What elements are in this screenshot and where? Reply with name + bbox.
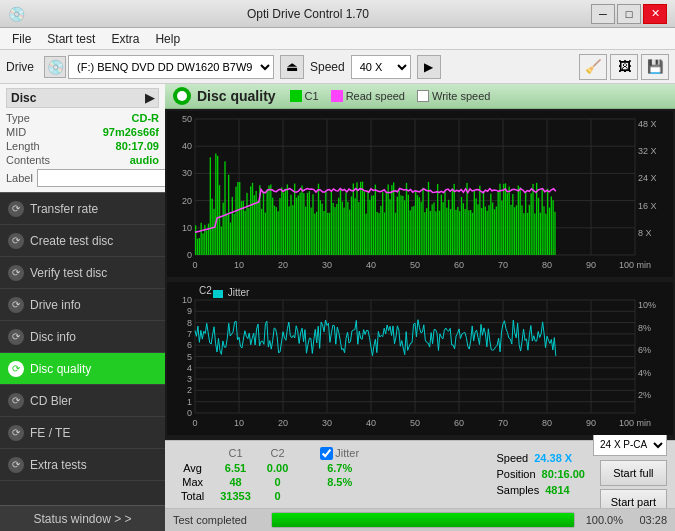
maximize-button[interactable]: □ (617, 4, 641, 24)
close-button[interactable]: ✕ (643, 4, 667, 24)
stats-c1-total: 31353 (212, 489, 259, 503)
app-title: Opti Drive Control 1.70 (25, 7, 591, 21)
sidebar-item-disc-quality[interactable]: ⟳ Disc quality (0, 353, 165, 385)
fe-te-label: FE / TE (30, 426, 70, 440)
title-bar: 💿 Opti Drive Control 1.70 ─ □ ✕ (0, 0, 675, 28)
sidebar-item-drive-info[interactable]: ⟳ Drive info (0, 289, 165, 321)
sidebar-item-extra-tests[interactable]: ⟳ Extra tests (0, 449, 165, 481)
samples-stat-value: 4814 (545, 484, 569, 496)
cd-bler-icon: ⟳ (8, 393, 24, 409)
chart2-canvas (167, 282, 673, 435)
menu-help[interactable]: Help (147, 30, 188, 48)
disc-label-row: Label ⚙ (6, 168, 159, 188)
disc-field-mid: MID 97m26s66f (6, 126, 159, 138)
legend-c1-box (290, 90, 302, 102)
stats-bar: C1 C2 Jitter Avg (165, 440, 675, 508)
disc-info-label: Disc info (30, 330, 76, 344)
sidebar-item-verify-test-disc[interactable]: ⟳ Verify test disc (0, 257, 165, 289)
disc-quality-header-icon (173, 87, 191, 105)
fe-te-icon: ⟳ (8, 425, 24, 441)
length-label: Length (6, 140, 40, 152)
speed-stat-label: Speed (496, 452, 528, 464)
stats-c1-avg: 6.51 (212, 461, 259, 475)
status-window-label: Status window > > (33, 512, 131, 526)
create-test-disc-icon: ⟳ (8, 233, 24, 249)
drive-actions: 🧹 🖼 💾 (579, 54, 669, 80)
start-full-button[interactable]: Start full (600, 460, 667, 486)
content-area: Disc quality C1 Read speed Write speed (165, 84, 675, 531)
stats-samples-row: Samples 4814 (496, 484, 585, 496)
stats-c2-total: 0 (259, 489, 296, 503)
transfer-rate-icon: ⟳ (8, 201, 24, 217)
drive-icon: 💿 (44, 56, 66, 78)
drive-select[interactable]: (F:) BENQ DVD DD DW1620 B7W9 (68, 55, 274, 79)
col-header-empty (173, 446, 212, 461)
mid-value: 97m26s66f (103, 126, 159, 138)
charts-area (165, 109, 675, 440)
stats-row-avg: Avg 6.51 0.00 6.7% (173, 461, 367, 475)
sidebar-item-fe-te[interactable]: ⟳ FE / TE (0, 417, 165, 449)
disc-quality-header: Disc quality C1 Read speed Write speed (165, 84, 675, 109)
disc-field-contents: Contents audio (6, 154, 159, 166)
stats-jitter-total (312, 489, 367, 503)
position-stat-value: 80:16.00 (542, 468, 585, 480)
menu-file[interactable]: File (4, 30, 39, 48)
start-buttons: Start full Start part (600, 460, 667, 515)
menu-start-test[interactable]: Start test (39, 30, 103, 48)
minimize-button[interactable]: ─ (591, 4, 615, 24)
progress-bar-area: Test completed 100.0% 03:28 (165, 508, 675, 531)
save-button[interactable]: 💾 (641, 54, 669, 80)
svg-point-0 (177, 91, 187, 101)
clear-button[interactable]: 🧹 (579, 54, 607, 80)
chart1-wrap (167, 111, 673, 280)
type-label: Type (6, 112, 30, 124)
speed-apply-button[interactable]: ▶ (417, 55, 441, 79)
disc-quality-label: Disc quality (30, 362, 91, 376)
stats-jitter-avg: 6.7% (312, 461, 367, 475)
speed-select[interactable]: 40 X8 X16 X24 X32 X48 X (351, 55, 411, 79)
main-layout: Disc ▶ Type CD-R MID 97m26s66f Length 80… (0, 84, 675, 531)
legend-write-speed-label: Write speed (432, 90, 491, 102)
contents-label: Contents (6, 154, 50, 166)
stats-label-max: Max (173, 475, 212, 489)
sidebar-item-disc-info[interactable]: ⟳ Disc info (0, 321, 165, 353)
disc-quality-title: Disc quality (197, 88, 276, 104)
stats-label-avg: Avg (173, 461, 212, 475)
stats-c2-avg: 0.00 (259, 461, 296, 475)
extra-tests-label: Extra tests (30, 458, 87, 472)
disc-panel-title: Disc (11, 91, 36, 105)
create-test-disc-label: Create test disc (30, 234, 113, 248)
drive-bar: Drive 💿 (F:) BENQ DVD DD DW1620 B7W9 ⏏ S… (0, 50, 675, 84)
stats-row-max: Max 48 0 8.5% (173, 475, 367, 489)
screenshot-button[interactable]: 🖼 (610, 54, 638, 80)
stats-right: Speed 24.38 X Position 80:16.00 Samples … (496, 452, 585, 496)
sidebar-item-transfer-rate[interactable]: ⟳ Transfer rate (0, 193, 165, 225)
drive-select-wrap: 💿 (F:) BENQ DVD DD DW1620 B7W9 (44, 55, 274, 79)
legend-read-speed-box (331, 90, 343, 102)
sidebar-item-cd-bler[interactable]: ⟳ CD Bler (0, 385, 165, 417)
sidebar-item-create-test-disc[interactable]: ⟳ Create test disc (0, 225, 165, 257)
transfer-rate-label: Transfer rate (30, 202, 98, 216)
mid-label: MID (6, 126, 26, 138)
menu-bar: File Start test Extra Help (0, 28, 675, 50)
disc-field-type: Type CD-R (6, 112, 159, 124)
stats-controls: 24 X P-CA 16 X P-CA 8 X P-CA Start full … (593, 434, 667, 515)
eject-button[interactable]: ⏏ (280, 55, 304, 79)
legend-write-speed: Write speed (417, 90, 491, 102)
sidebar-menu: ⟳ Transfer rate ⟳ Create test disc ⟳ Ver… (0, 193, 165, 505)
col-header-spacer (296, 446, 312, 461)
jitter-checkbox[interactable] (320, 447, 333, 460)
cd-bler-label: CD Bler (30, 394, 72, 408)
drive-info-icon: ⟳ (8, 297, 24, 313)
progress-outer (271, 512, 575, 528)
stats-pos-row: Position 80:16.00 (496, 468, 585, 480)
jitter-checkbox-label[interactable]: Jitter (320, 447, 359, 460)
menu-extra[interactable]: Extra (103, 30, 147, 48)
status-window-button[interactable]: Status window > > (0, 505, 165, 531)
progress-time: 03:28 (631, 514, 667, 526)
legend-write-speed-box (417, 90, 429, 102)
disc-label-input[interactable] (37, 169, 177, 187)
col-header-c1: C1 (212, 446, 259, 461)
disc-panel-arrow[interactable]: ▶ (145, 91, 154, 105)
speed-label: Speed (310, 60, 345, 74)
